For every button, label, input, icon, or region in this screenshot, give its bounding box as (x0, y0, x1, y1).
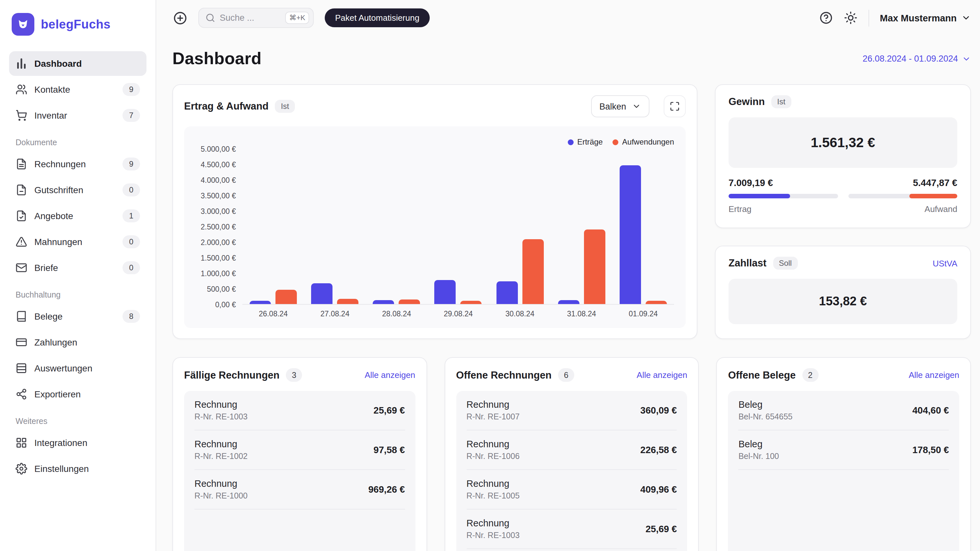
y-tick-label: 4.500,00 € (196, 161, 236, 169)
sidebar-item-exportieren[interactable]: Exportieren (9, 382, 146, 406)
chart-type-select[interactable]: Balken (591, 95, 649, 117)
sidebar-item-label: Inventar (34, 110, 67, 121)
sidebar-section-title: Buchhaltung (16, 290, 140, 299)
aufwand-total: 5.447,87 € (913, 178, 957, 188)
list-item[interactable]: RechnungR-Nr. RE-1005409,96 € (466, 470, 677, 510)
chart-bars (242, 149, 674, 305)
sidebar-item-dashboard[interactable]: Dashboard (9, 51, 146, 76)
create-new-button[interactable] (173, 11, 187, 25)
help-button[interactable] (819, 11, 832, 25)
list-item[interactable]: RechnungR-Nr. RE-100297,58 € (194, 430, 405, 470)
show-all-link[interactable]: Alle anzeigen (364, 370, 415, 380)
date-range-picker[interactable]: 26.08.2024 - 01.09.2024 (863, 54, 971, 64)
sidebar-item-label: Kontakte (34, 84, 70, 95)
gewinn-card: Gewinn Ist 1.561,32 € 7.009,19 € 5.447,8… (715, 84, 971, 228)
list-item-type: Rechnung (194, 478, 248, 489)
sidebar-item-briefe[interactable]: Briefe0 (9, 255, 146, 280)
zahllast-soll-tag: Soll (773, 257, 797, 270)
bar-ertraege (496, 281, 517, 304)
bar-chart: ErträgeAufwendungen 5.000,00 €4.500,00 €… (184, 126, 686, 328)
sidebar-item-angebote[interactable]: Angebote1 (9, 204, 146, 228)
list-item[interactable]: BelegBel-Nr. 654655404,60 € (738, 391, 949, 430)
page-title: Dashboard (172, 49, 261, 69)
topbar-right: Max Mustermann (819, 10, 971, 26)
search-input[interactable] (220, 13, 281, 23)
list-item-amount: 97,58 € (374, 445, 405, 455)
theme-toggle-button[interactable] (843, 11, 857, 25)
brand-logo[interactable]: belegFuchs (9, 12, 146, 51)
legend-item: Aufwendungen (612, 135, 674, 149)
list-item-amount: 360,09 € (640, 405, 677, 416)
list-item[interactable]: BelegBel-Nr. 100178,50 € (738, 430, 949, 470)
gewinn-ist-tag: Ist (771, 95, 791, 108)
list-item[interactable]: RechnungR-Nr. RE-100325,69 € (194, 391, 405, 430)
sidebar-item-auswertungen[interactable]: Auswertungen (9, 356, 146, 381)
list-item[interactable]: RechnungR-Nr. RE-1000969,26 € (194, 470, 405, 510)
list-item-type: Rechnung (466, 439, 520, 449)
list-item-ref: Bel-Nr. 654655 (738, 412, 793, 421)
list-item[interactable]: RechnungR-Nr. RE-1007360,09 € (466, 391, 677, 430)
sidebar-item-badge: 7 (123, 109, 140, 122)
list-item[interactable]: RechnungR-Nr. RE-1006226,58 € (466, 430, 677, 470)
bar-group-27-08-24 (304, 149, 366, 304)
sidebar-item-gutschriften[interactable]: Gutschriften0 (9, 178, 146, 202)
list-item-type: Rechnung (466, 399, 520, 410)
list-item-amount: 404,60 € (912, 405, 949, 416)
offene-belege-card: Offene Belege 2 Alle anzeigen BelegBel-N… (716, 357, 971, 551)
search-box[interactable]: ⌘+K (198, 8, 314, 28)
list-item[interactable]: RechnungR-Nr. RE-100325,69 € (466, 510, 677, 549)
y-tick-label: 2.000,00 € (196, 239, 236, 246)
bar-group-01-09-24 (612, 149, 674, 304)
show-all-link[interactable]: Alle anzeigen (637, 370, 687, 380)
zahllast-title: Zahllast (729, 257, 767, 269)
user-menu[interactable]: Max Mustermann (880, 13, 971, 23)
gewinn-title: Gewinn (729, 96, 765, 108)
sidebar-item-zahlungen[interactable]: Zahlungen (9, 330, 146, 355)
sidebar-item-einstellungen[interactable]: Einstellungen (9, 456, 146, 481)
sidebar-item-kontakte[interactable]: Kontakte9 (9, 77, 146, 102)
legend-label: Aufwendungen (622, 137, 674, 147)
list-item-ref: R-Nr. RE-1007 (466, 412, 520, 421)
show-all-link[interactable]: Alle anzeigen (909, 370, 959, 380)
list-item-ref: R-Nr. RE-1003 (466, 531, 520, 540)
aufwand-progress (848, 194, 957, 198)
sidebar-item-label: Exportieren (34, 389, 81, 399)
bar-aufwendungen (522, 239, 544, 304)
zahllast-value: 153,82 € (729, 279, 957, 324)
package-automation-button[interactable]: Paket Automatisierung (325, 8, 430, 27)
list-item-amount: 178,50 € (912, 445, 949, 455)
aufwand-fill (910, 194, 957, 198)
bar-ertraege (434, 280, 456, 304)
sidebar-item-label: Angebote (34, 211, 73, 221)
x-tick-label: 27.08.24 (304, 310, 366, 322)
list-item-type: Rechnung (466, 518, 520, 528)
ustva-link[interactable]: UStVA (933, 258, 957, 268)
sidebar-item-badge: 1 (123, 209, 140, 222)
chevron-down-icon (961, 13, 971, 23)
list-item-ref: R-Nr. RE-1002 (194, 452, 248, 461)
sidebar-nav: DashboardKontakte9Inventar7DokumenteRech… (9, 51, 146, 481)
sidebar-item-rechnungen[interactable]: Rechnungen9 (9, 152, 146, 176)
sidebar-item-integrationen[interactable]: Integrationen (9, 430, 146, 455)
sidebar-item-mahnungen[interactable]: Mahnungen0 (9, 229, 146, 254)
sidebar-item-label: Zahlungen (34, 337, 77, 347)
list-item-amount: 25,69 € (374, 405, 405, 416)
list-item-amount: 226,58 € (640, 445, 677, 455)
list-title: Fällige Rechnungen (184, 369, 280, 381)
sidebar-item-badge: 9 (123, 83, 140, 96)
fullscreen-button[interactable] (664, 95, 686, 117)
y-tick-label: 5.000,00 € (196, 145, 236, 153)
sidebar-item-inventar[interactable]: Inventar7 (9, 103, 146, 128)
list-item-type: Beleg (738, 439, 779, 449)
x-tick-label: 28.08.24 (366, 310, 428, 322)
faellige-rechnungen-card: Fällige Rechnungen 3 Alle anzeigen Rechn… (172, 357, 427, 551)
search-icon (205, 13, 215, 23)
credit-card-icon (16, 336, 27, 348)
bar-ertraege (373, 301, 395, 304)
list-item-amount: 409,96 € (640, 484, 677, 495)
file-check-icon (16, 210, 27, 222)
sidebar-item-belege[interactable]: Belege8 (9, 304, 146, 329)
content: Dashboard 26.08.2024 - 01.09.2024 Ertrag… (156, 36, 980, 551)
sidebar-item-label: Mahnungen (34, 237, 82, 247)
x-tick-label: 31.08.24 (550, 310, 612, 322)
